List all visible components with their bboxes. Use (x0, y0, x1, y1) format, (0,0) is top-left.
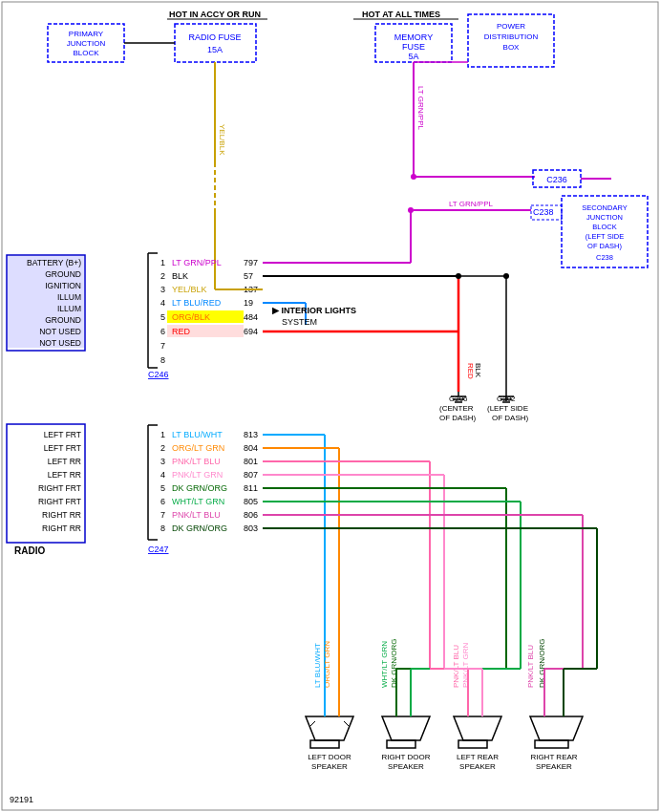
svg-text:3: 3 (160, 285, 165, 294)
svg-text:ORG/LT GRN: ORG/LT GRN (172, 443, 224, 453)
svg-text:6: 6 (160, 327, 165, 336)
svg-rect-0 (0, 0, 660, 812)
svg-text:PNK/LT BLU: PNK/LT BLU (172, 457, 221, 466)
svg-text:LT GRN/PPL: LT GRN/PPL (416, 86, 425, 130)
svg-text:RIGHT RR: RIGHT RR (42, 524, 81, 533)
svg-text:ILLUM: ILLUM (57, 304, 81, 313)
svg-text:(LEFT SIDE: (LEFT SIDE (585, 232, 624, 241)
svg-text:YEL/BLK: YEL/BLK (172, 285, 207, 294)
svg-text:DK GRN/ORG: DK GRN/ORG (172, 483, 227, 493)
svg-text:PRIMARY: PRIMARY (69, 30, 104, 38)
svg-text:7: 7 (160, 341, 165, 351)
svg-text:SECONDARY: SECONDARY (582, 203, 627, 212)
svg-text:NOT USED: NOT USED (39, 327, 81, 336)
svg-text:LT BLU/RED: LT BLU/RED (172, 298, 222, 308)
svg-text:92191: 92191 (10, 795, 33, 804)
svg-text:RED: RED (172, 327, 191, 336)
svg-text:801: 801 (244, 457, 258, 466)
svg-text:SPEAKER: SPEAKER (388, 762, 424, 771)
svg-text:LEFT REAR: LEFT REAR (457, 753, 499, 761)
svg-text:LT BLU/WHT: LT BLU/WHT (313, 643, 322, 688)
svg-text:813: 813 (244, 430, 258, 439)
svg-text:805: 805 (244, 497, 258, 506)
svg-text:3: 3 (160, 457, 165, 466)
svg-text:SPEAKER: SPEAKER (311, 762, 348, 771)
svg-text:8: 8 (160, 355, 165, 365)
svg-text:4: 4 (160, 298, 165, 308)
svg-point-102 (503, 273, 509, 279)
svg-text:804: 804 (244, 443, 258, 453)
svg-text:PNK/LT BLU: PNK/LT BLU (172, 510, 221, 520)
svg-text:7: 7 (160, 510, 165, 520)
svg-text:BOX: BOX (503, 43, 521, 52)
svg-point-44 (411, 174, 416, 180)
svg-text:LEFT FRT: LEFT FRT (44, 430, 81, 439)
svg-text:OF DASH): OF DASH) (492, 414, 529, 422)
svg-text:2: 2 (160, 271, 165, 281)
svg-text:797: 797 (244, 258, 258, 267)
svg-text:5: 5 (160, 312, 165, 322)
svg-text:C236: C236 (546, 175, 567, 184)
svg-text:SPEAKER: SPEAKER (459, 762, 496, 771)
svg-text:BLOCK: BLOCK (73, 49, 99, 57)
wiring-diagram: HOT IN ACCY OR RUN HOT AT ALL TIMES PRIM… (0, 0, 660, 812)
svg-text:SPEAKER: SPEAKER (536, 762, 572, 771)
svg-text:PNK/LT GRN: PNK/LT GRN (172, 470, 223, 480)
svg-text:C246: C246 (148, 370, 169, 379)
svg-text:LEFT FRT: LEFT FRT (44, 443, 81, 453)
svg-text:BATTERY (B+): BATTERY (B+) (27, 258, 81, 267)
svg-text:WHT/LT GRN: WHT/LT GRN (380, 641, 389, 688)
svg-text:LEFT RR: LEFT RR (48, 457, 81, 466)
svg-text:C238: C238 (596, 253, 613, 262)
svg-text:LT BLU/WHT: LT BLU/WHT (172, 430, 223, 439)
svg-text:RIGHT FRT: RIGHT FRT (38, 497, 81, 506)
svg-text:▶ INTERIOR LIGHTS: ▶ INTERIOR LIGHTS (272, 306, 356, 315)
svg-text:RADIO: RADIO (14, 545, 45, 556)
svg-text:LT GRN/PPL: LT GRN/PPL (449, 200, 493, 208)
svg-text:OF DASH): OF DASH) (439, 414, 477, 422)
svg-text:803: 803 (244, 524, 258, 533)
svg-text:15A: 15A (207, 45, 223, 54)
svg-text:MEMORY: MEMORY (394, 32, 433, 42)
svg-text:C247: C247 (148, 545, 169, 554)
svg-text:C238: C238 (533, 207, 554, 217)
svg-text:PNK/LT BLU: PNK/LT BLU (526, 645, 535, 688)
svg-text:57: 57 (244, 271, 253, 281)
svg-point-53 (408, 207, 414, 213)
svg-text:(LEFT SIDE: (LEFT SIDE (487, 404, 528, 413)
svg-text:GROUND: GROUND (45, 315, 81, 325)
svg-text:JUNCTION: JUNCTION (67, 39, 106, 48)
svg-text:BLK: BLK (172, 271, 188, 281)
svg-text:LEFT RR: LEFT RR (48, 470, 81, 480)
svg-text:BLOCK: BLOCK (592, 223, 616, 231)
svg-text:LEFT DOOR: LEFT DOOR (308, 753, 351, 761)
svg-text:JUNCTION: JUNCTION (586, 213, 623, 222)
svg-text:SYSTEM: SYSTEM (282, 317, 317, 327)
svg-text:(CENTER: (CENTER (439, 404, 474, 413)
svg-text:694: 694 (244, 327, 258, 336)
svg-text:1: 1 (160, 258, 165, 267)
svg-text:RIGHT FRT: RIGHT FRT (38, 483, 81, 493)
svg-text:WHT/LT GRN: WHT/LT GRN (172, 497, 224, 506)
svg-text:8: 8 (160, 524, 165, 533)
svg-text:POWER: POWER (497, 22, 525, 31)
svg-text:19: 19 (244, 298, 253, 308)
svg-text:ORG/BLK: ORG/BLK (172, 312, 210, 322)
svg-text:6: 6 (160, 497, 165, 506)
svg-text:RADIO FUSE: RADIO FUSE (188, 32, 241, 42)
svg-text:YEL/BLK: YEL/BLK (218, 124, 226, 156)
svg-text:RIGHT DOOR: RIGHT DOOR (382, 753, 431, 761)
svg-text:806: 806 (244, 510, 258, 520)
svg-text:HOT IN ACCY OR RUN: HOT IN ACCY OR RUN (169, 10, 261, 19)
svg-text:HOT AT ALL TIMES: HOT AT ALL TIMES (362, 10, 440, 19)
svg-text:5: 5 (160, 483, 165, 493)
svg-text:1: 1 (160, 430, 165, 439)
svg-text:811: 811 (244, 483, 258, 493)
svg-text:FUSE: FUSE (402, 42, 425, 52)
svg-text:LT GRN/PPL: LT GRN/PPL (172, 258, 222, 267)
svg-text:RIGHT RR: RIGHT RR (42, 510, 81, 520)
svg-text:ILLUM: ILLUM (57, 292, 81, 302)
svg-text:IGNITION: IGNITION (45, 281, 81, 290)
svg-text:OF DASH): OF DASH) (587, 242, 622, 250)
svg-text:NOT USED: NOT USED (39, 338, 81, 348)
